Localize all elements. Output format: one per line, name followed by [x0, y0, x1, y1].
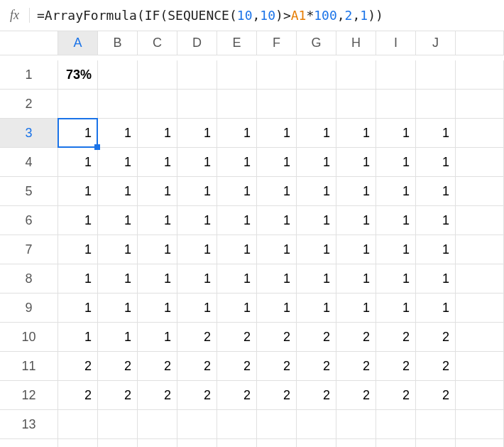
cell-G13[interactable] — [297, 410, 336, 439]
cell-E6[interactable]: 1 — [217, 206, 257, 235]
cell-D9[interactable]: 1 — [177, 293, 217, 323]
column-header-F[interactable]: F — [257, 31, 297, 55]
cell-E11[interactable]: 2 — [217, 352, 257, 381]
cell-F14[interactable] — [257, 439, 297, 447]
row-header-6[interactable]: 6 — [0, 206, 58, 235]
cell-F4[interactable]: 1 — [257, 148, 297, 177]
cell-I10[interactable]: 2 — [376, 323, 416, 352]
cell-H9[interactable]: 1 — [336, 293, 376, 323]
cell-I9[interactable]: 1 — [376, 293, 416, 323]
cell-B11[interactable]: 2 — [98, 352, 138, 381]
cell-F3[interactable]: 1 — [257, 119, 297, 148]
cell-F10[interactable]: 2 — [257, 323, 297, 352]
row-header-13[interactable]: 13 — [0, 410, 58, 439]
cell-B9[interactable]: 1 — [98, 293, 138, 323]
cell-C14[interactable] — [138, 439, 177, 447]
cell-A9[interactable]: 1 — [58, 293, 98, 323]
cell-A2[interactable] — [58, 90, 98, 119]
cell-I4[interactable]: 1 — [376, 148, 416, 177]
cell-D1[interactable] — [177, 60, 217, 90]
cell-B1[interactable] — [98, 60, 138, 90]
cell-A13[interactable] — [58, 410, 98, 439]
cell-B2[interactable] — [98, 90, 138, 119]
cell-J7[interactable]: 1 — [416, 235, 456, 264]
formula-input[interactable]: =ArrayFormula(IF(SEQUENCE(10,10)>A1*100,… — [37, 8, 383, 23]
cell-I5[interactable]: 1 — [376, 177, 416, 206]
cell-G11[interactable]: 2 — [297, 352, 336, 381]
cell-H4[interactable]: 1 — [336, 148, 376, 177]
cell-J14[interactable] — [416, 439, 456, 447]
cell-E12[interactable]: 2 — [217, 381, 257, 410]
cell-A4[interactable]: 1 — [58, 148, 98, 177]
cell-J1[interactable] — [416, 60, 456, 90]
cell-C11[interactable]: 2 — [138, 352, 177, 381]
cell-J12[interactable]: 2 — [416, 381, 456, 410]
cell-J3[interactable]: 1 — [416, 119, 456, 148]
cell-J6[interactable]: 1 — [416, 206, 456, 235]
cell-B13[interactable] — [98, 410, 138, 439]
column-header-G[interactable]: G — [297, 31, 336, 55]
cell-A1[interactable]: 73% — [58, 60, 98, 90]
cell-E10[interactable]: 2 — [217, 323, 257, 352]
row-header-9[interactable]: 9 — [0, 293, 58, 323]
cell-G12[interactable]: 2 — [297, 381, 336, 410]
cell-H5[interactable]: 1 — [336, 177, 376, 206]
row-header-4[interactable]: 4 — [0, 148, 58, 177]
cell-F13[interactable] — [257, 410, 297, 439]
cell-E13[interactable] — [217, 410, 257, 439]
row-header-14[interactable]: 14 — [0, 439, 58, 447]
cell-I14[interactable] — [376, 439, 416, 447]
cell-H10[interactable]: 2 — [336, 323, 376, 352]
cell-J8[interactable]: 1 — [416, 264, 456, 293]
cell-J2[interactable] — [416, 90, 456, 119]
cell-H3[interactable]: 1 — [336, 119, 376, 148]
cell-C7[interactable]: 1 — [138, 235, 177, 264]
cell-E14[interactable] — [217, 439, 257, 447]
cell-D7[interactable]: 1 — [177, 235, 217, 264]
select-all-corner[interactable] — [0, 31, 58, 55]
cell-I11[interactable]: 2 — [376, 352, 416, 381]
cell-G7[interactable]: 1 — [297, 235, 336, 264]
cell-E4[interactable]: 1 — [217, 148, 257, 177]
cell-I13[interactable] — [376, 410, 416, 439]
cell-J11[interactable]: 2 — [416, 352, 456, 381]
column-header-H[interactable]: H — [336, 31, 376, 55]
cell-B7[interactable]: 1 — [98, 235, 138, 264]
cell-G1[interactable] — [297, 60, 336, 90]
cell-I3[interactable]: 1 — [376, 119, 416, 148]
cell-D11[interactable]: 2 — [177, 352, 217, 381]
cell-F7[interactable]: 1 — [257, 235, 297, 264]
column-header-J[interactable]: J — [416, 31, 456, 55]
cell-D5[interactable]: 1 — [177, 177, 217, 206]
cell-J9[interactable]: 1 — [416, 293, 456, 323]
cell-E1[interactable] — [217, 60, 257, 90]
cell-J13[interactable] — [416, 410, 456, 439]
cell-J10[interactable]: 2 — [416, 323, 456, 352]
cell-G9[interactable]: 1 — [297, 293, 336, 323]
column-header-C[interactable]: C — [138, 31, 177, 55]
cell-E3[interactable]: 1 — [217, 119, 257, 148]
cell-I2[interactable] — [376, 90, 416, 119]
cell-E9[interactable]: 1 — [217, 293, 257, 323]
cell-F5[interactable]: 1 — [257, 177, 297, 206]
cell-B4[interactable]: 1 — [98, 148, 138, 177]
cell-H12[interactable]: 2 — [336, 381, 376, 410]
column-header-A[interactable]: A — [58, 31, 98, 55]
cell-B12[interactable]: 2 — [98, 381, 138, 410]
cell-G8[interactable]: 1 — [297, 264, 336, 293]
cell-D14[interactable] — [177, 439, 217, 447]
cell-C12[interactable]: 2 — [138, 381, 177, 410]
cell-E5[interactable]: 1 — [217, 177, 257, 206]
cell-E7[interactable]: 1 — [217, 235, 257, 264]
cell-C13[interactable] — [138, 410, 177, 439]
cell-D13[interactable] — [177, 410, 217, 439]
cell-C6[interactable]: 1 — [138, 206, 177, 235]
cell-H14[interactable] — [336, 439, 376, 447]
cell-C5[interactable]: 1 — [138, 177, 177, 206]
cell-D4[interactable]: 1 — [177, 148, 217, 177]
row-header-3[interactable]: 3 — [0, 119, 58, 148]
cell-C10[interactable]: 1 — [138, 323, 177, 352]
cell-E2[interactable] — [217, 90, 257, 119]
cell-B5[interactable]: 1 — [98, 177, 138, 206]
cell-D8[interactable]: 1 — [177, 264, 217, 293]
